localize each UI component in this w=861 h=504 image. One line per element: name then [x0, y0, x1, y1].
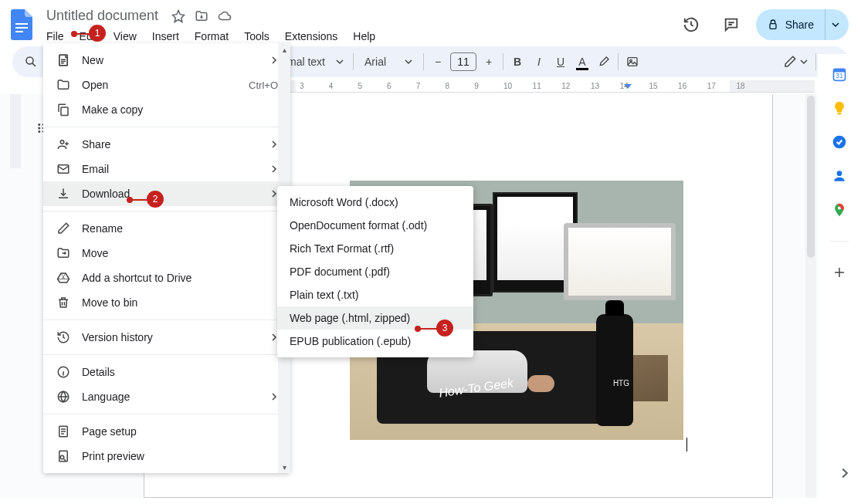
menu-item-label: Details [82, 366, 278, 378]
print-icon [56, 449, 71, 463]
file-menu-item-version-history[interactable]: Version history [43, 325, 290, 350]
divider [423, 53, 424, 70]
ruler-number: 5 [358, 82, 362, 90]
star-icon[interactable] [171, 8, 186, 24]
annotation-badge-2: 2 [147, 191, 164, 208]
text-color-button[interactable]: A [571, 51, 593, 73]
ruler-number: 15 [649, 82, 657, 90]
history-icon[interactable] [676, 9, 707, 40]
side-panel-collapse-icon[interactable] [839, 468, 850, 481]
file-menu-item-print-preview[interactable]: Print preview [43, 444, 290, 468]
menu-item-label: Make a copy [82, 103, 278, 116]
svg-point-20 [60, 140, 64, 144]
menu-help[interactable]: Help [347, 27, 381, 46]
ruler-number: 11 [533, 82, 541, 90]
divider [618, 53, 619, 70]
doc-title[interactable]: Untitled document [42, 6, 163, 25]
file-menu-item-language[interactable]: Language [43, 384, 290, 409]
app-header: Untitled document File Edit View Insert … [0, 0, 861, 46]
doc-title-area: Untitled document File Edit View Insert … [42, 6, 676, 46]
keep-icon[interactable] [832, 100, 847, 116]
divider [503, 53, 503, 70]
svg-rect-2 [15, 31, 23, 32]
submenu-item-label: Plain text (.txt) [290, 289, 358, 301]
pencil-icon [783, 55, 797, 69]
download-option-plain-text-txt[interactable]: Plain text (.txt) [277, 283, 473, 306]
scroll-thumb[interactable] [807, 96, 815, 258]
header-actions: Share [676, 9, 849, 40]
font-label: Arial [364, 56, 386, 68]
download-option-rich-text-format-rtf[interactable]: Rich Text Format (.rtf) [277, 237, 473, 260]
vertical-ruler[interactable] [6, 94, 25, 498]
file-menu-item-move-to-bin[interactable]: Move to bin [43, 290, 290, 315]
svg-point-26 [60, 455, 64, 459]
docs-logo-icon[interactable] [9, 9, 34, 42]
download-option-pdf-document-pdf[interactable]: PDF document (.pdf) [277, 260, 473, 283]
menu-item-label: Share [82, 138, 259, 151]
submenu-item-label: EPUB publication (.epub) [290, 335, 411, 347]
file-menu-item-rename[interactable]: Rename [43, 216, 290, 241]
download-option-opendocument-format-odt[interactable]: OpenDocument format (.odt) [277, 214, 473, 237]
font-size-increase[interactable]: + [478, 51, 500, 73]
highlight-button[interactable] [593, 51, 615, 73]
info-icon [56, 365, 71, 379]
bold-button[interactable]: B [507, 51, 528, 73]
file-menu-item-page-setup[interactable]: Page setup [43, 419, 290, 444]
file-menu-item-new[interactable]: New [43, 48, 290, 73]
menu-item-label: Language [82, 391, 259, 403]
search-menus-icon[interactable] [20, 51, 42, 73]
editing-mode-button[interactable] [778, 55, 812, 69]
menu-item-label: Page setup [82, 425, 278, 438]
file-menu-item-make-a-copy[interactable]: Make a copy [43, 97, 290, 122]
maps-icon[interactable] [832, 202, 847, 218]
annotation-badge-1: 1 [89, 25, 106, 42]
lock-icon [767, 19, 779, 31]
menu-separator [43, 414, 290, 414]
menu-separator [43, 320, 290, 320]
font-family-select[interactable]: Arial [357, 56, 420, 68]
annotation-dot [71, 31, 77, 37]
calendar-icon[interactable]: 31 [832, 66, 847, 82]
trash-icon [56, 296, 71, 310]
file-menu-item-open[interactable]: OpenCtrl+O [43, 73, 290, 97]
file-menu-item-email[interactable]: Email [43, 157, 290, 181]
underline-button[interactable]: U [550, 51, 571, 73]
menu-separator [43, 127, 290, 127]
font-size-input[interactable]: 11 [450, 52, 476, 71]
drive-icon [56, 271, 71, 285]
comments-icon[interactable] [716, 9, 747, 40]
paragraph-style-select[interactable]: mal text [281, 56, 350, 68]
chevron-right-icon [270, 138, 278, 151]
ruler-number: 17 [707, 82, 716, 90]
vertical-scrollbar[interactable]: ▴ [805, 94, 816, 498]
menu-item-label: Download [82, 188, 259, 200]
menu-separator [43, 211, 290, 211]
italic-button[interactable]: I [528, 51, 550, 73]
file-menu-item-details[interactable]: Details [43, 360, 290, 384]
file-menu-item-share[interactable]: Share [43, 132, 290, 157]
tasks-icon[interactable] [832, 134, 847, 150]
chevron-right-icon [270, 391, 278, 403]
share-dropdown[interactable] [825, 9, 846, 40]
contacts-icon[interactable] [832, 168, 847, 184]
font-size-decrease[interactable]: − [427, 51, 449, 73]
download-option-microsoft-word-docx[interactable]: Microsoft Word (.docx) [277, 191, 473, 214]
svg-rect-3 [770, 24, 776, 29]
globe-icon [56, 390, 71, 404]
file-menu-item-move[interactable]: Move [43, 241, 290, 266]
insert-image-button[interactable] [622, 51, 643, 73]
submenu-item-label: OpenDocument format (.odt) [290, 219, 427, 232]
svg-rect-5 [628, 58, 637, 66]
file-menu-item-add-a-shortcut-to-drive[interactable]: Add a shortcut to Drive [43, 266, 290, 290]
chevron-down-icon [336, 58, 344, 66]
share-button[interactable]: Share [756, 9, 849, 40]
history-icon [56, 330, 71, 344]
ruler-number: 13 [591, 82, 599, 90]
menu-item-label: Email [82, 163, 259, 175]
addons-plus-icon[interactable] [832, 265, 847, 280]
move-folder-icon[interactable] [194, 8, 209, 24]
divider [815, 53, 816, 70]
cloud-status-icon[interactable] [217, 8, 232, 24]
file-menu-item-download[interactable]: Download [43, 181, 290, 206]
bottle-label: HTG [613, 379, 629, 387]
